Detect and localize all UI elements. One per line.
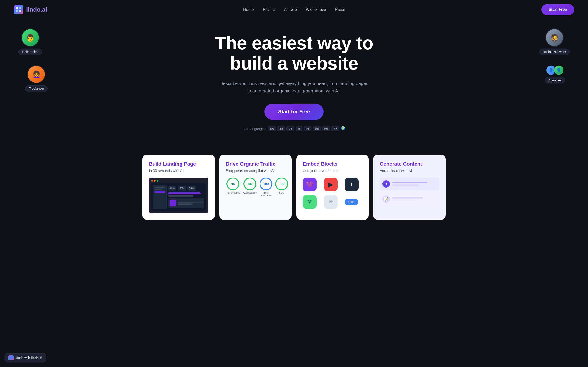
embed-count-container: 100+	[345, 195, 362, 209]
card-build-landing: Build Landing Page In 30 seconds with AI…	[142, 155, 215, 220]
card-build-landing-subtitle: In 30 seconds with AI	[149, 169, 208, 173]
svg-rect-2	[16, 10, 18, 12]
score-seo-ring: 100	[275, 177, 288, 190]
embed-icon-vue	[303, 195, 317, 209]
navbar: lindo.ai Home Pricing Affiliate Wall of …	[0, 0, 588, 19]
embed-icon-youtube: ▶	[324, 177, 338, 191]
avatar-indie-maker-image: 👨	[21, 28, 40, 47]
card-drive-traffic-title: Drive Organic Traffic	[226, 161, 285, 167]
dot-red	[151, 180, 153, 182]
preview-sidebar	[153, 185, 167, 209]
card-build-landing-title: Build Landing Page	[149, 161, 208, 167]
made-with-badge: Made with lindo.ai	[5, 353, 46, 362]
dot-green	[157, 180, 158, 182]
score-best-practices: 100 Best Practices	[259, 177, 272, 197]
nav-cta-button[interactable]: Start Free	[541, 4, 574, 15]
nav-link-wall-of-love[interactable]: Wall of love	[306, 7, 326, 12]
hero-headline: The easiest way to build a website	[215, 33, 373, 73]
made-with-logo-icon	[9, 355, 14, 360]
score-accessibility-ring: 100	[243, 177, 256, 190]
card-generate-content: Generate Content Attract leads with AI ✦…	[373, 155, 446, 220]
score-accessibility: 100 Accessibility	[243, 177, 257, 197]
logo[interactable]: lindo.ai	[14, 5, 47, 15]
card-drive-traffic: Drive Organic Traffic Blog posts on auto…	[219, 155, 292, 220]
nav-link-home[interactable]: Home	[243, 7, 254, 12]
avatar-freelancer-label: Freelancer	[25, 85, 48, 92]
svg-text:✳: ✳	[329, 198, 333, 205]
avatar-business-owner: 🧔 Business Owner	[539, 28, 570, 55]
score-best-practices-label: Best Practices	[259, 191, 272, 197]
avatar-agencies: 👤 👤 Agencies	[545, 65, 565, 83]
score-circles: 96 Performance 100 Accessibility 100 Bes…	[226, 177, 285, 197]
preview-window-dots	[151, 180, 206, 182]
nav-link-affiliate[interactable]: Affiliate	[284, 7, 296, 12]
languages-row: 30+ languages BR ES US IT PT DE FR KR 🌍	[243, 126, 345, 131]
logo-icon	[14, 5, 23, 15]
card-embed-blocks-subtitle: Use your favorite tools	[303, 169, 362, 173]
lang-tag-pt: PT	[304, 126, 311, 131]
lang-tag-it: IT	[296, 126, 303, 131]
lang-tag-br: BR	[268, 126, 276, 131]
preview-main: 99% 30% 7.6M	[168, 185, 204, 209]
agency-avatar-2: 👤	[554, 65, 564, 75]
lang-tag-es: ES	[277, 126, 285, 131]
embed-icon-asterisk: ✳	[324, 195, 338, 209]
card-build-landing-preview: 99% 30% 7.6M	[149, 177, 208, 213]
embed-icons-grid: 💜 ▶ T ✳ 100+	[303, 177, 362, 209]
score-performance: 96 Performance	[226, 177, 240, 197]
card-embed-blocks: Embed Blocks Use your favorite tools 💜 ▶…	[296, 155, 369, 220]
card-drive-traffic-subtitle: Blog posts on autopilot with AI	[226, 169, 285, 173]
score-seo: 100 SEO	[275, 177, 288, 197]
score-best-practices-ring: 100	[259, 177, 272, 190]
lang-tag-de: DE	[313, 126, 321, 131]
avatar-indie-maker-label: Indie maker	[18, 49, 42, 55]
avatar-agencies-label: Agencies	[545, 77, 565, 83]
feature-cards: Build Landing Page In 30 seconds with AI…	[133, 148, 455, 234]
hero-cta-button[interactable]: Start for Free	[264, 104, 324, 120]
lang-tag-fr: FR	[322, 126, 330, 131]
svg-rect-0	[16, 7, 18, 9]
score-performance-ring: 96	[226, 177, 239, 190]
avatar-freelancer: 👩‍🦱 Freelancer	[25, 65, 48, 92]
score-performance-label: Performance	[226, 191, 240, 194]
hero-subtext: Describe your business and get everythin…	[218, 80, 370, 94]
svg-rect-1	[19, 7, 21, 9]
avatar-business-owner-image: 🧔	[545, 28, 564, 47]
lang-tag-kr: KR	[331, 126, 339, 131]
avatar-freelancer-image: 👩‍🦱	[27, 65, 45, 83]
svg-rect-3	[19, 10, 21, 12]
score-seo-label: SEO	[279, 191, 284, 194]
embed-icon-heart: 💜	[303, 177, 317, 191]
preview-content: 99% 30% 7.6M	[151, 184, 206, 211]
dot-yellow	[154, 180, 156, 182]
embed-count-badge: 100+	[345, 199, 358, 205]
lang-tags: BR ES US IT PT DE FR KR 🌍	[268, 126, 345, 131]
made-with-brand: lindo.ai	[31, 356, 42, 360]
nav-link-press[interactable]: Press	[335, 7, 345, 12]
languages-prefix: 30+ languages	[243, 127, 266, 131]
avatar-indie-maker: 👨 Indie maker	[18, 28, 42, 55]
score-accessibility-label: Accessibility	[243, 191, 257, 194]
card-embed-blocks-title: Embed Blocks	[303, 161, 362, 167]
globe-icon: 🌍	[341, 126, 345, 131]
agencies-avatar-group: 👤 👤	[546, 65, 564, 75]
lang-tag-us: US	[286, 126, 294, 131]
logo-text: lindo.ai	[26, 6, 47, 13]
generate-content-preview: ✦ 📝	[380, 177, 439, 206]
avatar-business-owner-label: Business Owner	[539, 49, 570, 55]
hero-section: 👨 Indie maker 👩‍🦱 Freelancer 🧔 Business …	[0, 19, 588, 148]
nav-links: Home Pricing Affiliate Wall of love Pres…	[243, 7, 345, 12]
card-generate-content-subtitle: Attract leads with AI	[380, 169, 439, 173]
made-with-text: Made with lindo.ai	[15, 356, 42, 360]
nav-link-pricing[interactable]: Pricing	[263, 7, 275, 12]
card-generate-content-title: Generate Content	[380, 161, 439, 167]
embed-icon-t: T	[345, 177, 359, 191]
